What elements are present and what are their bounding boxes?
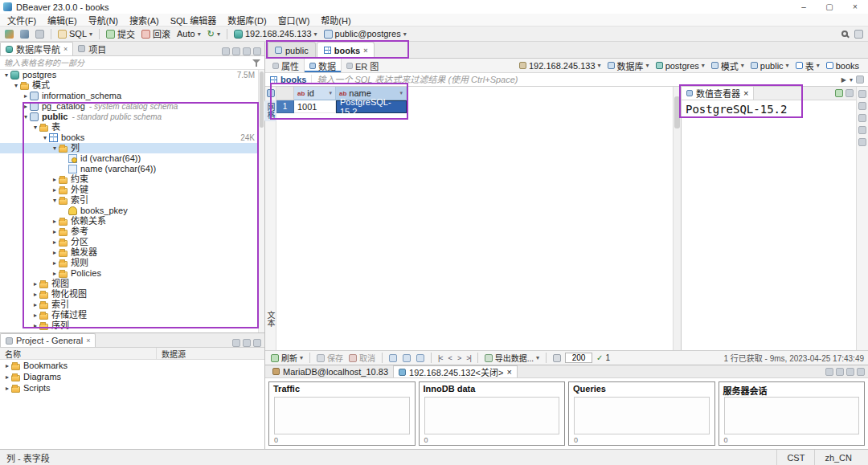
expander-icon[interactable]: ▾ bbox=[31, 122, 39, 133]
tree-item-tables-folder[interactable]: ▾表 bbox=[0, 122, 264, 133]
result-view-text-tab[interactable]: 文本 bbox=[264, 308, 276, 329]
expander-icon[interactable]: ▾ bbox=[2, 70, 10, 80]
panel-metadata-icon[interactable] bbox=[858, 126, 866, 134]
save-button[interactable]: 保存 bbox=[315, 352, 345, 364]
menu-window[interactable]: 窗口(W) bbox=[272, 14, 316, 26]
tree-item-indexes-folder[interactable]: ▾索引 bbox=[0, 195, 264, 206]
expander-icon[interactable]: ▸ bbox=[3, 361, 11, 371]
menu-navigate[interactable]: 导航(N) bbox=[83, 14, 124, 26]
expander-icon[interactable]: ▸ bbox=[31, 300, 39, 310]
tree-item-triggers-folder[interactable]: ▸触发器 bbox=[0, 247, 264, 258]
panel-value-viewer-icon[interactable] bbox=[858, 90, 866, 98]
minimize-panel-icon[interactable] bbox=[243, 339, 251, 347]
timezone-indicator[interactable]: CST bbox=[776, 450, 814, 465]
filter-history-icon[interactable]: ▾ bbox=[850, 76, 853, 84]
perspective-button[interactable] bbox=[852, 28, 866, 40]
fetch-size-input[interactable] bbox=[565, 353, 592, 363]
project-item-bookmarks[interactable]: ▸Bookmarks bbox=[0, 360, 264, 371]
cell-id[interactable]: 1001 bbox=[294, 100, 336, 113]
expander-icon[interactable]: ▸ bbox=[31, 289, 39, 300]
cancel-button[interactable]: 取消 bbox=[347, 352, 377, 364]
tab-mariadb-session[interactable]: MariaDB@localhost_10.83 bbox=[268, 365, 393, 377]
menu-edit[interactable]: 编辑(E) bbox=[42, 14, 83, 26]
tab-public[interactable]: public bbox=[268, 42, 316, 58]
schema-selector[interactable]: public@postgres▾ bbox=[321, 28, 409, 40]
close-icon[interactable]: × bbox=[363, 47, 367, 55]
project-item-scripts[interactable]: ▸Scripts bbox=[0, 382, 264, 394]
expander-icon[interactable]: ▸ bbox=[51, 258, 59, 268]
apply-value-icon[interactable] bbox=[835, 89, 843, 97]
result-table-label[interactable]: books bbox=[265, 75, 312, 84]
filter-settings-icon[interactable] bbox=[856, 75, 864, 84]
tree-item-policies-folder[interactable]: ▸Policies bbox=[0, 268, 264, 279]
refresh-result-button[interactable]: 刷新▾ bbox=[269, 352, 305, 364]
tab-postgres-session[interactable]: 192.168.245.132<关闭> × bbox=[393, 365, 518, 377]
tree-item-foreign-keys-folder[interactable]: ▸外键 bbox=[0, 185, 264, 195]
data-grid[interactable]: abid▾ abname▾ 1 1001 PostgreSQL-15.2 bbox=[276, 87, 673, 350]
column-header-id[interactable]: abid▾ bbox=[294, 87, 336, 100]
tree-item-constraints-folder[interactable]: ▸约束 bbox=[0, 174, 264, 185]
expander-icon[interactable]: ▸ bbox=[51, 226, 59, 237]
maximize-button[interactable]: ▢ bbox=[817, 0, 842, 14]
tree-item-postgres[interactable]: ▾postgres7.5M bbox=[0, 70, 264, 80]
project-item-diagrams[interactable]: ▸Diagrams bbox=[0, 371, 264, 382]
grid-vertical-scrollbar[interactable] bbox=[673, 87, 681, 350]
cell-name-selected[interactable]: PostgreSQL-15.2 bbox=[336, 100, 407, 113]
tree-item-books[interactable]: ▾books24K bbox=[0, 133, 264, 143]
tree-item-column-id[interactable]: id (varchar(64)) bbox=[0, 153, 264, 164]
expander-icon[interactable]: ▸ bbox=[3, 372, 11, 382]
column-menu-icon[interactable]: ▾ bbox=[329, 90, 332, 96]
close-button[interactable]: × bbox=[842, 0, 868, 14]
row-count-button[interactable]: ✓1 bbox=[595, 353, 612, 362]
tree-item-pg-catalog[interactable]: ▸pg_catalog- system catalog schema bbox=[0, 101, 264, 112]
breadcrumb-connection[interactable]: 192.168.245.133▾ bbox=[516, 61, 604, 71]
maximize-panel-icon[interactable] bbox=[253, 339, 261, 347]
tree-item-views-folder[interactable]: ▸视图 bbox=[0, 279, 264, 289]
expander-icon[interactable]: ▸ bbox=[51, 216, 59, 226]
tree-item-information-schema[interactable]: ▸information_schema bbox=[0, 91, 264, 101]
navigator-search-input[interactable] bbox=[0, 59, 252, 67]
breadcrumb-books[interactable]: books bbox=[823, 61, 862, 71]
panel-references-icon[interactable] bbox=[858, 138, 866, 146]
commit-button[interactable]: 提交 bbox=[104, 28, 137, 40]
expander-icon[interactable]: ▸ bbox=[51, 185, 59, 195]
expander-icon[interactable]: ▾ bbox=[51, 143, 59, 153]
refresh-icon[interactable] bbox=[232, 47, 240, 55]
navigator-scrollbar[interactable] bbox=[258, 70, 264, 332]
previous-page-button[interactable]: < bbox=[447, 354, 453, 362]
tab-books[interactable]: books × bbox=[317, 42, 375, 58]
value-viewer-content[interactable]: PostgreSQL-15.2 bbox=[682, 100, 856, 350]
close-icon[interactable]: × bbox=[86, 337, 90, 345]
menu-search[interactable]: 搜索(A) bbox=[124, 14, 165, 26]
column-menu-icon[interactable]: ▾ bbox=[399, 90, 403, 96]
sql-filter-input[interactable] bbox=[312, 75, 837, 84]
expander-icon[interactable]: ▸ bbox=[31, 279, 39, 289]
menu-sql-editor[interactable]: SQL 编辑器 bbox=[165, 14, 223, 26]
refresh-button[interactable]: ↻▾ bbox=[205, 28, 223, 40]
menu-file[interactable]: 文件(F) bbox=[2, 14, 42, 26]
new-connection-button[interactable] bbox=[2, 28, 16, 40]
expander-icon[interactable]: ▸ bbox=[31, 310, 39, 320]
tree-item-dependencies-folder[interactable]: ▸依赖关系 bbox=[0, 216, 264, 226]
expander-icon[interactable]: ▸ bbox=[22, 91, 30, 101]
minimize-button[interactable]: – bbox=[791, 0, 817, 14]
menu-database[interactable]: 数据库(D) bbox=[222, 14, 272, 26]
tx-mode-selector[interactable]: Auto▾ bbox=[174, 28, 203, 40]
close-icon[interactable]: × bbox=[63, 45, 68, 53]
expander-icon[interactable]: ▾ bbox=[51, 195, 59, 206]
duplicate-row-button[interactable] bbox=[401, 354, 412, 362]
last-page-button[interactable]: >| bbox=[465, 354, 473, 362]
tree-item-public[interactable]: ▾public- standard public schema bbox=[0, 112, 264, 122]
panel-aggregate-icon[interactable] bbox=[858, 102, 866, 110]
expander-icon[interactable]: ▾ bbox=[12, 80, 20, 91]
expander-icon[interactable]: ▾ bbox=[41, 133, 49, 143]
row-number-cell[interactable]: 1 bbox=[276, 100, 294, 113]
expander-icon[interactable]: ▸ bbox=[31, 320, 39, 331]
breadcrumb-public[interactable]: public▾ bbox=[747, 61, 792, 71]
grid-corner-cell[interactable] bbox=[276, 87, 294, 100]
fetch-settings-button[interactable] bbox=[551, 354, 563, 362]
panel-grouping-icon[interactable] bbox=[858, 114, 866, 122]
column-header-datasource[interactable]: 数据源 bbox=[157, 348, 190, 359]
expander-icon[interactable]: ▸ bbox=[51, 174, 59, 185]
close-icon[interactable]: × bbox=[743, 88, 748, 98]
